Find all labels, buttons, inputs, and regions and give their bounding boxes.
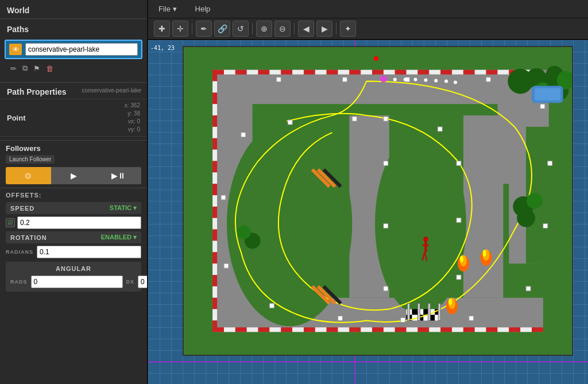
svg-rect-47 <box>212 150 217 161</box>
main-area: File ▾ Help ✚ ✛ ✒ 🔗 ↺ ⊕ ⊖ ◀ ▶ ✦ -41, 23 <box>148 0 588 384</box>
radians-label: RADIANS <box>6 249 33 255</box>
svg-rect-68 <box>269 327 281 332</box>
dx-input[interactable] <box>138 276 148 288</box>
speed-mode-dropdown[interactable]: STATIC ▾ <box>110 204 137 212</box>
svg-point-168 <box>424 79 427 82</box>
rads-label: RADS <box>10 279 28 285</box>
follower-play-btn[interactable]: ▶ <box>51 167 96 184</box>
svg-rect-70 <box>292 327 304 332</box>
svg-rect-105 <box>342 77 347 82</box>
coord-label: -41, 23 <box>150 45 175 51</box>
props-header: Path Properties conservative-pearl-lake <box>0 83 147 99</box>
svg-rect-114 <box>338 316 343 321</box>
svg-point-145 <box>517 209 535 227</box>
svg-rect-85 <box>463 327 475 332</box>
svg-rect-44 <box>212 115 217 127</box>
svg-rect-159 <box>424 241 427 252</box>
dx-label: DX <box>126 279 135 285</box>
link-tool[interactable]: 🔗 <box>214 21 230 37</box>
radians-value-input[interactable] <box>37 246 141 258</box>
copy-path-btn[interactable]: ⧉ <box>21 63 29 74</box>
svg-rect-40 <box>212 70 217 82</box>
svg-rect-75 <box>349 327 361 332</box>
path-actions: ✏ ⧉ ⚑ 🗑 <box>5 59 142 77</box>
speed-input-row: ☑ <box>6 216 141 229</box>
svg-point-147 <box>237 226 251 239</box>
svg-rect-59 <box>212 286 217 298</box>
svg-point-171 <box>454 81 457 84</box>
add-point-tool[interactable]: ✚ <box>154 21 170 37</box>
svg-rect-83 <box>440 327 452 332</box>
svg-rect-81 <box>417 327 429 332</box>
svg-rect-27 <box>395 70 407 75</box>
svg-rect-80 <box>407 327 418 332</box>
svg-rect-79 <box>395 327 407 332</box>
svg-rect-60 <box>212 298 217 309</box>
help-menu[interactable]: Help <box>192 3 214 14</box>
toolbar-sep-4 <box>336 23 336 34</box>
svg-rect-32 <box>452 70 463 75</box>
svg-rect-20 <box>315 70 327 75</box>
angular-section: ANGULAR RADS DX <box>6 262 141 292</box>
rads-input[interactable] <box>31 276 123 288</box>
svg-rect-64 <box>224 327 235 332</box>
speed-checkbox[interactable]: ☑ <box>6 218 15 227</box>
rotation-label: ROTATION <box>10 234 47 241</box>
svg-rect-73 <box>327 327 338 332</box>
path-name-input[interactable] <box>25 43 138 56</box>
arrow-left-tool[interactable]: ◀ <box>298 21 314 37</box>
svg-rect-35 <box>486 70 498 75</box>
svg-rect-12 <box>224 70 235 75</box>
paths-label: Paths <box>7 25 29 34</box>
point-coords: x: 362 y: 38 vx: 0 vy: 0 <box>125 102 140 134</box>
file-menu[interactable]: File ▾ <box>155 3 180 14</box>
svg-point-166 <box>404 78 407 82</box>
toolbar-sep-2 <box>252 23 253 34</box>
svg-rect-45 <box>212 127 217 138</box>
speed-value-input[interactable] <box>17 216 141 229</box>
add-path-tool[interactable]: ✛ <box>172 21 188 37</box>
svg-rect-118 <box>241 133 246 137</box>
path-item: 👁 <box>5 40 142 59</box>
angular-inputs: RADS DX <box>10 276 137 288</box>
svg-rect-121 <box>384 117 388 121</box>
svg-rect-126 <box>457 161 461 166</box>
svg-rect-42 <box>212 92 217 104</box>
svg-rect-41 <box>212 82 217 93</box>
canvas-container[interactable]: -41, 23 <box>148 40 588 384</box>
flag-path-btn[interactable]: ⚑ <box>32 63 41 74</box>
svg-rect-48 <box>212 161 217 173</box>
radians-row: RADIANS <box>6 246 141 258</box>
svg-point-152 <box>460 255 463 262</box>
svg-point-155 <box>448 298 452 305</box>
toolbar-sep-1 <box>192 23 192 34</box>
magic-tool[interactable]: ✦ <box>340 21 356 37</box>
svg-rect-28 <box>407 70 418 75</box>
svg-rect-65 <box>235 327 247 332</box>
svg-rect-53 <box>212 218 217 230</box>
menu-bar: File ▾ Help <box>148 0 588 18</box>
follower-play-pause-btn[interactable]: ▶⏸ <box>96 167 141 184</box>
svg-rect-89 <box>509 327 520 332</box>
svg-rect-26 <box>384 70 395 75</box>
svg-rect-122 <box>384 161 388 166</box>
svg-rect-49 <box>212 172 217 184</box>
path-visibility-toggle[interactable]: 👁 <box>9 44 22 55</box>
svg-point-169 <box>434 79 438 83</box>
svg-rect-93 <box>412 309 418 315</box>
zoom-out-tool[interactable]: ⊖ <box>274 21 291 37</box>
delete-path-btn[interactable]: 🗑 <box>45 63 55 74</box>
svg-rect-116 <box>224 263 229 268</box>
arrow-right-tool[interactable]: ▶ <box>316 21 332 37</box>
pen-tool[interactable]: ✒ <box>196 21 212 37</box>
follower-circle-btn[interactable]: ⊙ <box>6 167 51 184</box>
offsets-title: OFFSETS: <box>6 192 141 199</box>
zoom-in-tool[interactable]: ⊕ <box>256 21 272 37</box>
svg-rect-110 <box>543 224 548 228</box>
undo-tool[interactable]: ↺ <box>233 21 249 37</box>
svg-rect-87 <box>486 327 498 332</box>
rename-path-btn[interactable]: ✏ <box>9 63 18 74</box>
rotation-mode-dropdown[interactable]: ENABLED ▾ <box>101 234 137 241</box>
magenta-hline <box>148 362 588 362</box>
svg-rect-149 <box>535 88 560 100</box>
